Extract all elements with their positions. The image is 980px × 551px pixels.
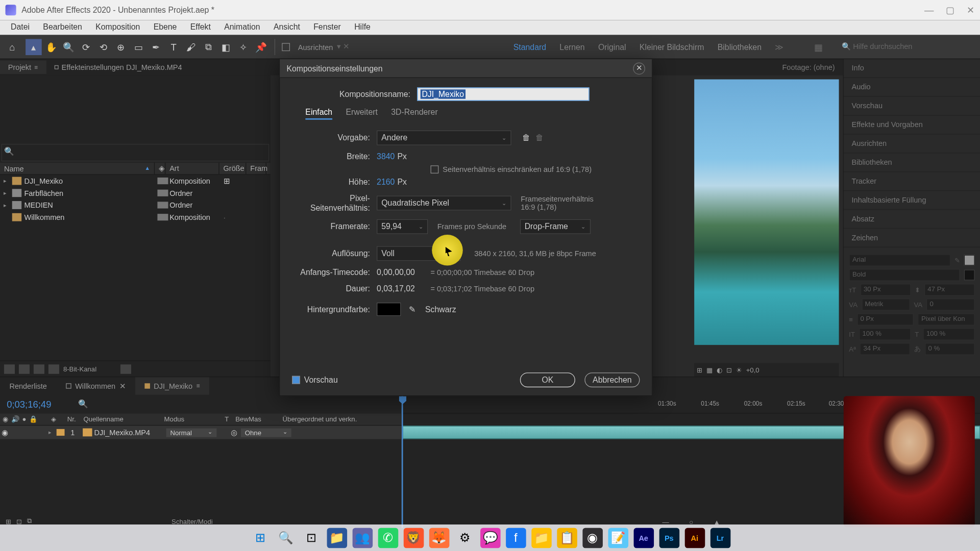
col-parent[interactable]: Übergeordnet und verkn. bbox=[280, 416, 360, 423]
eyedropper-icon[interactable]: ✎ bbox=[409, 305, 415, 314]
project-tab[interactable]: Projekt≡ bbox=[0, 61, 46, 74]
mask-icon[interactable]: ◐ bbox=[717, 366, 723, 373]
blend-mode[interactable]: Normal⌄ bbox=[166, 428, 217, 437]
col-source[interactable]: Quellenname bbox=[81, 416, 161, 423]
current-timecode[interactable]: 0;03;16;49 bbox=[7, 399, 51, 410]
app2-icon[interactable]: 📋 bbox=[557, 528, 577, 548]
eraser-tool[interactable]: ◧ bbox=[218, 39, 234, 55]
col-framerate[interactable]: Fram bbox=[246, 163, 266, 174]
res-icon[interactable]: ▦ bbox=[706, 366, 713, 373]
type-tool[interactable]: T bbox=[165, 39, 182, 55]
label-icon[interactable]: ◈ bbox=[51, 416, 57, 423]
toggle-icon[interactable]: ⊞ bbox=[6, 517, 11, 524]
pen-tool[interactable]: ✒ bbox=[148, 39, 164, 55]
files-icon[interactable]: 📁 bbox=[531, 528, 552, 548]
lock-icon[interactable]: 🔒 bbox=[29, 416, 37, 423]
newfolder-icon[interactable] bbox=[19, 364, 30, 373]
menu-datei[interactable]: Datei bbox=[4, 20, 36, 35]
panel-info[interactable]: Info bbox=[844, 59, 980, 78]
panel-tracker[interactable]: Tracker bbox=[844, 172, 980, 191]
rect-tool[interactable]: ▭ bbox=[131, 39, 147, 55]
notepad-icon[interactable]: 📝 bbox=[608, 528, 628, 548]
brave-icon[interactable]: 🦁 bbox=[403, 528, 424, 548]
proj-item[interactable]: Willkommen Komposition ⸱ bbox=[0, 211, 271, 223]
explorer-icon[interactable]: 📁 bbox=[327, 528, 347, 548]
start-icon[interactable]: ⊞ bbox=[250, 528, 271, 548]
stroke-swatch[interactable] bbox=[964, 270, 975, 281]
playhead[interactable] bbox=[402, 395, 403, 528]
search-icon[interactable]: 🔍 bbox=[276, 528, 296, 548]
footage-viewer-tab[interactable]: Footage: (ohne) bbox=[774, 59, 843, 76]
minimize-button[interactable]: — bbox=[924, 5, 934, 15]
par-select[interactable]: Quadratische Pixel⌄ bbox=[377, 196, 511, 211]
app-icon[interactable]: ⚙ bbox=[454, 528, 475, 548]
baseline[interactable]: 34 Px bbox=[860, 343, 910, 355]
aftereffects-icon[interactable]: Ae bbox=[633, 528, 654, 548]
menu-effekt[interactable]: Effekt bbox=[184, 20, 218, 35]
track-matte[interactable]: Ohne⌄ bbox=[241, 428, 291, 437]
col-t[interactable]: T bbox=[222, 416, 233, 423]
ok-button[interactable]: OK bbox=[520, 372, 575, 387]
trash-icon[interactable] bbox=[121, 364, 132, 373]
solo-icon[interactable]: ● bbox=[22, 416, 26, 423]
obs-icon[interactable]: ◉ bbox=[582, 528, 603, 548]
orbit-tool[interactable]: ⟳ bbox=[78, 39, 94, 55]
workspace-standard[interactable]: Standard bbox=[513, 42, 546, 51]
weight-select[interactable]: Bold bbox=[849, 269, 960, 281]
eyedrop-icon[interactable]: ✎ bbox=[954, 257, 960, 264]
eye-icon[interactable]: ◉ bbox=[3, 416, 9, 423]
panel-vorschau[interactable]: Vorschau bbox=[844, 97, 980, 116]
dialog-close-button[interactable]: ✕ bbox=[633, 62, 645, 74]
roto-tool[interactable]: ✧ bbox=[235, 39, 252, 55]
taskview-icon[interactable]: ⊡ bbox=[301, 528, 322, 548]
cancel-button[interactable]: Abbrechen bbox=[584, 372, 640, 387]
workspace-bib[interactable]: Bibliotheken bbox=[718, 42, 762, 51]
alpha-icon[interactable]: ☀ bbox=[736, 366, 742, 373]
delete-preset-icon[interactable]: 🗑 bbox=[535, 133, 544, 142]
start-tc-value[interactable]: 0,00,00,00 bbox=[377, 268, 424, 277]
firefox-icon[interactable]: 🦊 bbox=[429, 528, 449, 548]
illustrator-icon[interactable]: Ai bbox=[684, 528, 705, 548]
panel-align[interactable]: Ausrichten bbox=[844, 135, 980, 154]
tracking[interactable]: 0 bbox=[926, 298, 975, 311]
col-size[interactable]: Größe bbox=[219, 163, 247, 174]
anchor-tool[interactable]: ⊕ bbox=[113, 39, 129, 55]
panel-effects[interactable]: Effekte und Vorgaben bbox=[844, 116, 980, 135]
effect-controls-tab[interactable]: Effekteinstellungen DJI_Mexiko.MP4 bbox=[46, 61, 190, 74]
workspace-original[interactable]: Original bbox=[598, 42, 626, 51]
active-comp-tab[interactable]: DJI_Mexiko≡ bbox=[135, 377, 209, 394]
framerate-select[interactable]: 59,94⌄ bbox=[377, 219, 428, 234]
menu-ebene[interactable]: Ebene bbox=[146, 20, 183, 35]
col-name[interactable]: Name▲ bbox=[0, 163, 155, 174]
newcomp-icon[interactable] bbox=[34, 364, 44, 373]
workspace-more-icon[interactable]: ≫ bbox=[775, 42, 783, 51]
tab-3d[interactable]: 3D-Renderer bbox=[391, 108, 437, 120]
workspace-lernen[interactable]: Lernen bbox=[559, 42, 584, 51]
speaker-icon[interactable]: 🔊 bbox=[11, 416, 19, 423]
snap-checkbox[interactable] bbox=[282, 43, 290, 51]
toggle-icon2[interactable]: ⊡ bbox=[16, 517, 22, 524]
grid-icon[interactable]: ⊡ bbox=[726, 366, 732, 373]
stroke-width[interactable]: 0 Px bbox=[857, 313, 914, 325]
menu-hilfe[interactable]: Hilfe bbox=[348, 20, 377, 35]
puppet-tool[interactable]: 📌 bbox=[253, 39, 270, 55]
panel-character[interactable]: Zeichen bbox=[844, 229, 980, 247]
render-tab[interactable]: Renderliste bbox=[0, 377, 56, 394]
facebook-icon[interactable]: f bbox=[505, 528, 526, 548]
bitdepth[interactable]: 8-Bit-Kanal bbox=[63, 365, 96, 372]
tab-basic[interactable]: Einfach bbox=[305, 108, 332, 120]
lock-aspect-checkbox[interactable] bbox=[431, 165, 439, 173]
tsume[interactable]: 0 % bbox=[925, 343, 975, 355]
fill-swatch[interactable] bbox=[964, 255, 975, 266]
project-search[interactable]: 🔍 bbox=[2, 144, 270, 161]
font-select[interactable]: Arial bbox=[849, 254, 950, 266]
height-value[interactable]: 2160 bbox=[377, 178, 395, 187]
interp-icon[interactable] bbox=[4, 364, 15, 373]
vscale[interactable]: 100 % bbox=[859, 328, 911, 340]
bgcolor-swatch[interactable] bbox=[377, 303, 401, 316]
compname-input[interactable]: DJI_Mexiko bbox=[417, 87, 589, 101]
tab-advanced[interactable]: Erweitert bbox=[346, 108, 377, 120]
home-icon[interactable]: ⌂ bbox=[4, 39, 20, 55]
col-mode[interactable]: Modus bbox=[161, 416, 222, 423]
save-preset-icon[interactable]: 🗑 bbox=[522, 133, 530, 142]
